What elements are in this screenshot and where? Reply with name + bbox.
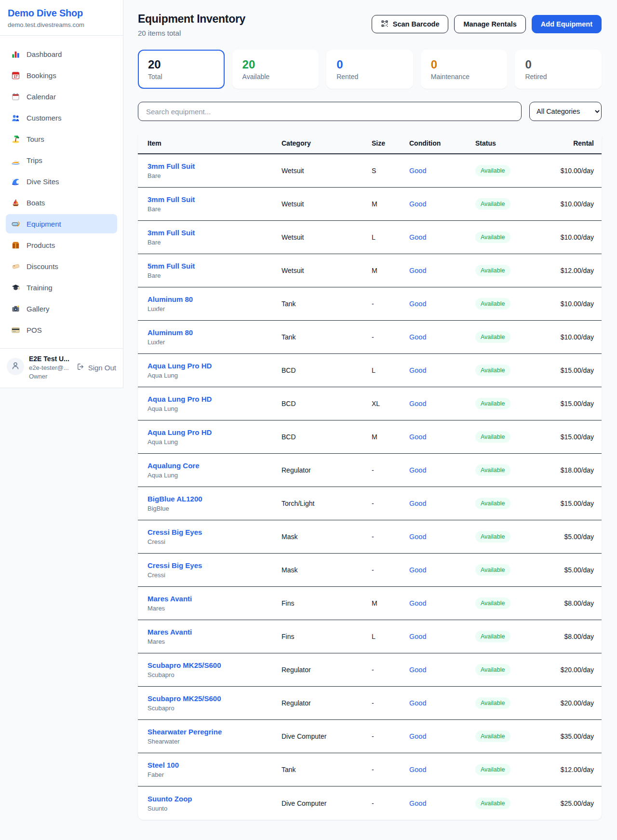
condition-link[interactable]: Good — [409, 699, 426, 707]
item-rental: $5.00/day — [546, 566, 594, 574]
item-name-link[interactable]: Suunto Zoop — [148, 795, 192, 803]
sidebar-item-trips[interactable]: Trips — [6, 150, 117, 170]
item-name-link[interactable]: Aqua Lung Pro HD — [148, 395, 212, 403]
sidebar-item-bookings[interactable]: 17 Bookings — [6, 66, 117, 85]
manage-rentals-button[interactable]: Manage Rentals — [454, 15, 525, 33]
condition-link[interactable]: Good — [409, 366, 426, 374]
sign-out-button[interactable]: Sign Out — [77, 363, 116, 372]
condition-link[interactable]: Good — [409, 599, 426, 607]
brand-link[interactable]: Demo Dive Shop — [8, 8, 115, 19]
item-name-link[interactable]: Aluminum 80 — [148, 328, 193, 337]
condition-link[interactable]: Good — [409, 333, 426, 341]
condition-link[interactable]: Good — [409, 766, 426, 773]
sidebar-item-label: Dive Sites — [27, 177, 59, 186]
item-category: Tank — [282, 333, 372, 341]
sidebar-item-dashboard[interactable]: Dashboard — [6, 44, 117, 64]
item-brand: Bare — [148, 272, 282, 279]
condition-link[interactable]: Good — [409, 566, 426, 574]
item-name-link[interactable]: 3mm Full Suit — [148, 195, 195, 203]
condition-link[interactable]: Good — [409, 466, 426, 474]
item-name-link[interactable]: Mares Avanti — [148, 595, 192, 603]
sidebar-item-label: Boats — [27, 199, 45, 207]
status-badge: Available — [475, 265, 510, 276]
item-name-link[interactable]: Aqualung Core — [148, 461, 200, 470]
stat-card-rented[interactable]: 0 Rented — [326, 50, 413, 89]
stat-card-total[interactable]: 20 Total — [138, 50, 225, 89]
item-name-link[interactable]: Scubapro MK25/S600 — [148, 694, 221, 703]
item-name-link[interactable]: 5mm Full Suit — [148, 262, 195, 270]
sidebar-item-label: Trips — [27, 156, 42, 164]
item-brand: Aqua Lung — [148, 472, 282, 479]
item-name-link[interactable]: Aluminum 80 — [148, 295, 193, 303]
stat-card-available[interactable]: 20 Available — [232, 50, 319, 89]
item-name-link[interactable]: 3mm Full Suit — [148, 229, 195, 237]
item-size: - — [372, 500, 409, 507]
item-size: M — [372, 599, 409, 607]
stat-label: Total — [148, 73, 215, 81]
condition-link[interactable]: Good — [409, 200, 426, 208]
stat-card-maintenance[interactable]: 0 Maintenance — [421, 50, 508, 89]
condition-link[interactable]: Good — [409, 500, 426, 507]
item-size: - — [372, 533, 409, 541]
sidebar-item-equipment[interactable]: Equipment — [6, 214, 117, 233]
item-name-link[interactable]: Steel 100 — [148, 761, 179, 769]
add-equipment-button[interactable]: Add Equipment — [532, 15, 602, 33]
sidebar-item-customers[interactable]: Customers — [6, 108, 117, 127]
status-badge: Available — [475, 165, 510, 176]
item-name-link[interactable]: 3mm Full Suit — [148, 162, 195, 170]
item-name-link[interactable]: BigBlue AL1200 — [148, 495, 202, 503]
item-brand: Aqua Lung — [148, 372, 282, 379]
item-rental: $15.00/day — [546, 400, 594, 407]
condition-link[interactable]: Good — [409, 167, 426, 175]
item-name-link[interactable]: Cressi Big Eyes — [148, 528, 202, 536]
condition-link[interactable]: Good — [409, 300, 426, 308]
item-name-link[interactable]: Scubapro MK25/S600 — [148, 661, 221, 669]
item-rental: $35.00/day — [546, 732, 594, 740]
sidebar-item-label: Dashboard — [27, 50, 62, 58]
item-category: Regulator — [282, 666, 372, 674]
status-badge: Available — [475, 331, 510, 343]
item-rental: $18.00/day — [546, 466, 594, 474]
condition-link[interactable]: Good — [409, 233, 426, 241]
condition-link[interactable]: Good — [409, 732, 426, 740]
sidebar-item-discounts[interactable]: Discounts — [6, 257, 117, 276]
item-name-link[interactable]: Aqua Lung Pro HD — [148, 362, 212, 370]
item-size: - — [372, 333, 409, 341]
stat-card-retired[interactable]: 0 Retired — [515, 50, 602, 89]
item-rental: $15.00/day — [546, 500, 594, 507]
item-category: Torch/Light — [282, 500, 372, 507]
stat-label: Retired — [525, 73, 591, 81]
item-name-link[interactable]: Aqua Lung Pro HD — [148, 428, 212, 436]
item-rental: $10.00/day — [546, 300, 594, 308]
condition-link[interactable]: Good — [409, 400, 426, 407]
col-status: Status — [475, 139, 546, 147]
item-name-link[interactable]: Mares Avanti — [148, 628, 192, 636]
condition-link[interactable]: Good — [409, 533, 426, 541]
sidebar-item-dive-sites[interactable]: Dive Sites — [6, 172, 117, 191]
item-category: Fins — [282, 633, 372, 640]
brand-block: Demo Dive Shop demo.test.divestreams.com — [0, 0, 123, 36]
sidebar-item-gallery[interactable]: Gallery — [6, 299, 117, 318]
item-brand: Luxfer — [148, 339, 282, 346]
sidebar-item-products[interactable]: Products — [6, 235, 117, 255]
item-name-link[interactable]: Cressi Big Eyes — [148, 561, 202, 569]
search-input[interactable] — [138, 102, 522, 121]
scan-barcode-button[interactable]: Scan Barcode — [372, 15, 449, 33]
sign-out-icon — [77, 363, 85, 372]
condition-link[interactable]: Good — [409, 666, 426, 674]
condition-link[interactable]: Good — [409, 633, 426, 640]
condition-link[interactable]: Good — [409, 799, 426, 807]
stat-value: 0 — [525, 58, 591, 71]
category-select[interactable]: All Categories — [529, 102, 602, 121]
stat-label: Available — [242, 73, 309, 81]
sidebar-item-boats[interactable]: Boats — [6, 193, 117, 212]
sidebar-item-tours[interactable]: Tours — [6, 129, 117, 149]
item-name-link[interactable]: Shearwater Peregrine — [148, 728, 222, 736]
condition-link[interactable]: Good — [409, 433, 426, 441]
sidebar-item-pos[interactable]: POS — [6, 320, 117, 339]
item-brand: Bare — [148, 239, 282, 246]
sidebar-item-calendar[interactable]: Calendar — [6, 87, 117, 106]
condition-link[interactable]: Good — [409, 267, 426, 274]
item-size: - — [372, 799, 409, 807]
sidebar-item-training[interactable]: Training — [6, 278, 117, 297]
